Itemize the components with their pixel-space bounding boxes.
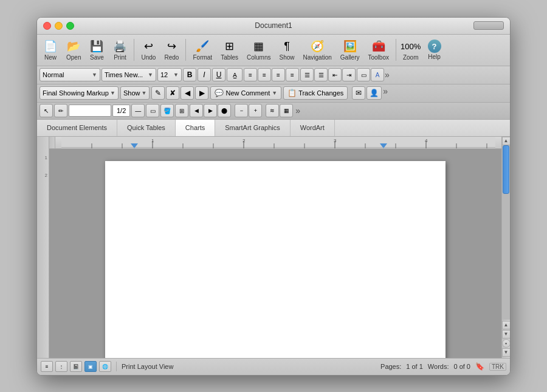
table-insert-button[interactable]: ⊞ [175,104,188,117]
status-separator [116,362,117,371]
align-center-button[interactable]: ≡ [258,68,271,81]
show-button[interactable]: ¶ Show [276,36,298,63]
scroll-down-button-3[interactable]: ▼ [502,348,511,357]
justify-button[interactable]: ≡ [286,68,299,81]
more-review-button[interactable]: » [383,86,388,100]
format-button[interactable]: 🖌️ Format [189,36,216,63]
user-button[interactable]: 👤 [366,86,382,100]
line-color-button[interactable]: — [131,104,145,117]
shape-button[interactable]: ▭ [146,104,159,117]
fill-button[interactable]: 🪣 [160,104,174,117]
navigation-icon: 🧭 [310,39,325,53]
ruler-marks: 1 2 [37,155,49,178]
view-draft-button[interactable]: ≡ [41,361,53,372]
document-area[interactable]: 1 2 3 4 [49,137,501,358]
tab-smartart[interactable]: SmartArt Graphics [215,120,290,136]
ordered-list-button[interactable]: ☰ [314,68,328,81]
page-number: 1/2 [112,105,130,117]
zoom-in-button[interactable]: + [249,104,262,117]
align-left-button[interactable]: ≡ [244,68,257,81]
tables-label: Tables [221,54,238,61]
view-web-button[interactable]: 🌐 [99,361,111,372]
vertical-scrollbar[interactable]: ▲ ▲ ▼ ● ▼ [501,137,510,358]
scroll-down-button-2[interactable]: ▼ [502,330,511,339]
nav-next-button[interactable]: ▶ [204,104,217,117]
new-comment-chevron: ▼ [272,90,277,96]
italic-button[interactable]: I [198,68,211,81]
maximize-button[interactable] [66,22,74,30]
scroll-page-nav-circle[interactable]: ● [502,339,511,348]
more-button[interactable]: » [385,70,390,80]
scroll-track[interactable] [502,145,510,320]
show-dropdown[interactable]: Show ▼ [120,86,150,100]
main-window: Document1 📄 New 📂 Open 💾 Save 🖨️ Print ↩… [36,17,511,376]
tab-charts[interactable]: Charts [176,120,215,136]
document-page[interactable] [105,161,446,358]
view-notebook-button[interactable]: 📓 [70,361,82,372]
text-color-button[interactable]: A̲ [227,68,243,81]
unordered-list-button[interactable]: ☰ [300,68,314,81]
underline-button[interactable]: U [212,68,225,81]
indent-increase-button[interactable]: ⇥ [342,68,356,81]
accept-markup-button[interactable]: ✎ [151,86,165,100]
columns-button[interactable]: ▦ Columns [243,36,274,63]
color-input[interactable] [69,105,111,117]
style-dropdown[interactable]: Normal ▼ [40,68,100,81]
view-extra-2[interactable]: ▦ [280,104,293,117]
horizontal-ruler: 1 2 3 4 [49,137,501,149]
tables-icon: ⊞ [222,39,237,53]
tab-wordart[interactable]: WordArt [291,120,335,136]
tables-button[interactable]: ⊞ Tables [217,36,242,63]
pencil-button[interactable]: ✏ [54,104,67,117]
navigation-button[interactable]: 🧭 Navigation [300,36,335,63]
align-right-button[interactable]: ≡ [272,68,285,81]
undo-button[interactable]: ↩ Undo [137,36,159,63]
main-toolbar: 📄 New 📂 Open 💾 Save 🖨️ Print ↩ Undo ↪ Re… [37,35,510,66]
view-extra-1[interactable]: ≋ [266,104,279,117]
indent-decrease-button[interactable]: ⇤ [328,68,342,81]
zoom-out-button[interactable]: − [235,104,248,117]
bold-button[interactable]: B [183,68,196,81]
nav-prev-button[interactable]: ◀ [190,104,203,117]
prev-change-button[interactable]: ◀ [181,86,194,100]
style-buttons-group: ▭ A » [357,68,390,81]
gallery-button[interactable]: 🖼️ Gallery [337,36,363,63]
pages-label: Pages: [380,363,401,370]
size-value: 12 [160,71,168,78]
new-comment-button[interactable]: 💬 New Comment ▼ [210,86,281,100]
new-label: New [44,54,57,61]
help-button[interactable]: ? Help [424,36,446,63]
email-button[interactable]: ✉ [352,86,365,100]
more-draw-button[interactable]: » [295,106,300,115]
zoom-control[interactable]: 100% Zoom [399,36,422,63]
highlight-button[interactable]: A [371,68,384,81]
view-outline-button[interactable]: ⋮ [55,361,67,372]
tab-document-elements[interactable]: Document Elements [37,120,117,136]
columns-label: Columns [247,54,270,61]
pointer-button[interactable]: ↖ [40,104,53,117]
minimize-button[interactable] [55,22,63,30]
print-button[interactable]: 🖨️ Print [109,36,131,63]
close-button[interactable] [43,22,51,30]
navigation-label: Navigation [303,54,332,61]
font-dropdown[interactable]: Times New... ▼ [101,68,156,81]
scroll-thumb[interactable] [503,145,509,194]
open-button[interactable]: 📂 Open [63,36,84,63]
save-button[interactable]: 💾 Save [86,36,108,63]
view-print-button[interactable]: ▣ [84,361,97,372]
new-button[interactable]: 📄 New [40,36,61,63]
reject-markup-button[interactable]: ✘ [166,86,179,100]
align-group: ≡ ≡ ≡ ≡ [244,68,299,81]
scroll-up-button[interactable]: ▲ [502,137,511,145]
tab-quick-tables[interactable]: Quick Tables [117,120,176,136]
next-change-button[interactable]: ▶ [195,86,208,100]
markup-dropdown[interactable]: Final Showing Markup ▼ [40,86,119,100]
font-size-dropdown[interactable]: 12 ▼ [157,68,182,81]
scroll-down-button-1[interactable]: ▲ [502,321,511,329]
window-resize-handle[interactable] [473,21,504,30]
track-changes-button[interactable]: 📋 Track Changes [283,86,348,100]
redo-button[interactable]: ↪ Redo [160,36,182,63]
border-button[interactable]: ▭ [357,68,370,81]
toolbox-button[interactable]: 🧰 Toolbox [364,36,392,63]
nav-options-button[interactable]: ⬤ [218,104,231,117]
